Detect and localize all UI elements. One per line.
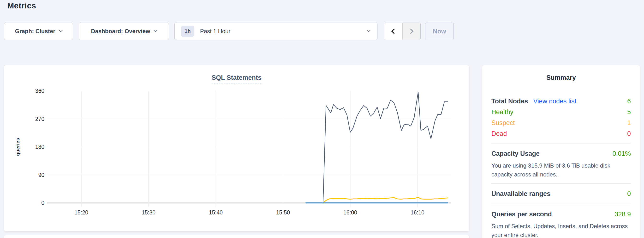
unavailable-ranges-label: Unavailable ranges xyxy=(492,188,550,199)
sql-statements-chart[interactable]: 09018027036015:2015:3015:4015:5016:0016:… xyxy=(4,65,469,231)
time-range-badge: 1h xyxy=(181,26,194,37)
x-tick-label: 16:00 xyxy=(343,209,357,216)
queries-per-second-value: 328.9 xyxy=(614,209,631,220)
healthy-label: Healthy xyxy=(492,107,514,117)
series-yellow xyxy=(306,197,448,203)
dashboard-dropdown[interactable]: Dashboard: Overview xyxy=(79,23,169,40)
total-nodes-label: Total Nodes xyxy=(492,96,528,107)
time-nav-arrows xyxy=(384,23,420,40)
chevron-down-icon xyxy=(153,28,158,32)
y-tick-label: 180 xyxy=(35,144,44,150)
capacity-usage-label: Capacity Usage xyxy=(492,148,540,159)
capacity-usage-value: 0.01% xyxy=(612,148,631,159)
total-nodes-row: Total Nodes View nodes list 6 xyxy=(492,96,631,107)
summary-title: Summary xyxy=(492,74,631,81)
divider xyxy=(492,204,631,204)
healthy-nodes-row: Healthy 5 xyxy=(492,107,631,117)
x-tick-label: 15:20 xyxy=(74,209,88,216)
unavailable-ranges-row: Unavailable ranges 0 xyxy=(492,188,631,199)
series-dark-navy xyxy=(306,92,448,203)
healthy-value: 5 xyxy=(627,107,631,117)
chevron-down-icon xyxy=(367,28,371,32)
chevron-right-icon xyxy=(408,29,414,34)
capacity-usage-description: You are using 315.9 MiB of 3.6 TiB usabl… xyxy=(492,161,631,179)
y-tick-label: 90 xyxy=(38,172,44,178)
page-title: Metrics xyxy=(7,1,36,10)
x-tick-label: 15:40 xyxy=(209,209,223,216)
dead-nodes-row: Dead 0 xyxy=(492,128,631,139)
chevron-down-icon xyxy=(58,28,62,32)
next-chart-card xyxy=(4,235,469,238)
suspect-nodes-row: Suspect 1 xyxy=(492,117,631,128)
queries-per-second-description: Sum of Selects, Updates, Inserts, and De… xyxy=(492,222,631,238)
x-tick-label: 15:50 xyxy=(276,209,290,216)
y-tick-label: 0 xyxy=(41,200,44,206)
dead-value: 0 xyxy=(627,128,631,139)
previous-time-button[interactable] xyxy=(384,23,402,40)
y-tick-label: 270 xyxy=(35,116,44,122)
sql-statements-chart-card: SQL Statements 09018027036015:2015:3015:… xyxy=(4,65,469,231)
y-axis-label: queries xyxy=(15,138,20,156)
unavailable-ranges-value: 0 xyxy=(627,188,631,199)
graph-dropdown[interactable]: Graph: Cluster xyxy=(4,23,73,40)
time-range-label: Past 1 Hour xyxy=(200,28,230,35)
nodes-block: Total Nodes View nodes list 6 Healthy 5 … xyxy=(492,96,631,139)
divider xyxy=(492,144,631,144)
capacity-usage-row: Capacity Usage 0.01% xyxy=(492,148,631,159)
dashboard-dropdown-label: Dashboard: Overview xyxy=(91,28,150,35)
dead-label: Dead xyxy=(492,128,507,139)
suspect-value: 1 xyxy=(627,117,631,128)
next-time-button[interactable] xyxy=(402,23,420,40)
queries-per-second-row: Queries per second 328.9 xyxy=(492,209,631,220)
time-range-dropdown[interactable]: 1h Past 1 Hour xyxy=(174,23,378,40)
suspect-label: Suspect xyxy=(492,117,515,128)
divider xyxy=(492,183,631,184)
total-nodes-value: 6 xyxy=(627,96,631,107)
queries-per-second-label: Queries per second xyxy=(492,209,552,220)
chevron-left-icon xyxy=(391,29,396,34)
x-tick-label: 15:30 xyxy=(142,209,156,216)
graph-dropdown-label: Graph: Cluster xyxy=(15,28,55,35)
y-tick-label: 360 xyxy=(35,88,44,94)
x-tick-label: 16:10 xyxy=(410,209,424,216)
view-nodes-list-link[interactable]: View nodes list xyxy=(534,96,576,107)
summary-panel: Summary Total Nodes View nodes list 6 He… xyxy=(482,65,640,238)
now-button[interactable]: Now xyxy=(425,23,454,40)
